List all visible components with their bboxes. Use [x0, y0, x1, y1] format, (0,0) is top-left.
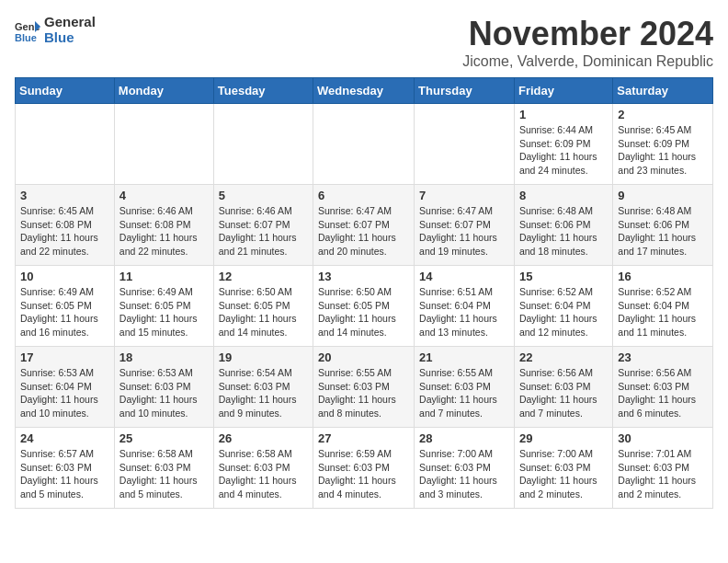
- sunset-text: Sunset: 6:06 PM: [519, 218, 608, 232]
- daylight-text: Daylight: 11 hours and 7 minutes.: [519, 393, 608, 419]
- day-number: 28: [419, 431, 509, 445]
- day-info: Sunrise: 6:54 AMSunset: 6:03 PMDaylight:…: [219, 366, 308, 420]
- daylight-text: Daylight: 11 hours and 24 minutes.: [519, 150, 608, 177]
- day-number: 7: [419, 189, 509, 202]
- day-info: Sunrise: 6:46 AMSunset: 6:08 PMDaylight:…: [119, 204, 209, 259]
- sunrise-text: Sunrise: 6:55 AM: [318, 366, 409, 380]
- week-row-2: 3Sunrise: 6:45 AMSunset: 6:08 PMDaylight…: [16, 185, 713, 266]
- day-number: 16: [618, 270, 708, 283]
- sunrise-text: Sunrise: 6:58 AM: [219, 447, 308, 461]
- table-row: [313, 104, 415, 185]
- day-number: 8: [519, 189, 608, 202]
- sunset-text: Sunset: 6:03 PM: [519, 461, 608, 475]
- sunrise-text: Sunrise: 6:48 AM: [618, 204, 708, 218]
- day-number: 6: [318, 189, 409, 202]
- day-info: Sunrise: 6:50 AMSunset: 6:05 PMDaylight:…: [219, 285, 308, 339]
- day-number: 13: [318, 270, 409, 283]
- day-number: 23: [618, 350, 708, 364]
- day-info: Sunrise: 6:48 AMSunset: 6:06 PMDaylight:…: [519, 204, 608, 259]
- day-number: 3: [20, 189, 109, 202]
- daylight-text: Daylight: 11 hours and 18 minutes.: [519, 231, 608, 258]
- sunset-text: Sunset: 6:03 PM: [318, 461, 409, 475]
- sunrise-text: Sunrise: 6:49 AM: [20, 285, 109, 299]
- day-info: Sunrise: 6:56 AMSunset: 6:03 PMDaylight:…: [618, 366, 708, 420]
- sunset-text: Sunset: 6:06 PM: [618, 218, 708, 232]
- day-number: 5: [219, 189, 308, 202]
- sunset-text: Sunset: 6:05 PM: [20, 299, 109, 313]
- day-number: 12: [219, 270, 308, 283]
- table-row: [114, 104, 213, 185]
- sunset-text: Sunset: 6:08 PM: [119, 218, 209, 232]
- sunset-text: Sunset: 6:07 PM: [318, 218, 409, 232]
- daylight-text: Daylight: 11 hours and 22 minutes.: [20, 231, 109, 258]
- day-number: 2: [618, 108, 708, 121]
- table-row: [213, 104, 313, 185]
- sunrise-text: Sunrise: 6:54 AM: [219, 366, 308, 380]
- daylight-text: Daylight: 11 hours and 10 minutes.: [20, 393, 109, 419]
- table-row: 17Sunrise: 6:53 AMSunset: 6:04 PMDayligh…: [16, 347, 115, 428]
- day-number: 29: [519, 431, 608, 445]
- daylight-text: Daylight: 11 hours and 13 minutes.: [419, 312, 509, 339]
- sunset-text: Sunset: 6:05 PM: [219, 299, 308, 313]
- month-title: November 2024: [462, 15, 713, 53]
- day-info: Sunrise: 6:53 AMSunset: 6:04 PMDaylight:…: [20, 366, 109, 420]
- sunrise-text: Sunrise: 6:46 AM: [119, 204, 209, 218]
- sunset-text: Sunset: 6:03 PM: [419, 461, 509, 475]
- day-info: Sunrise: 6:45 AMSunset: 6:09 PMDaylight:…: [618, 123, 708, 178]
- sunrise-text: Sunrise: 6:44 AM: [519, 123, 608, 137]
- day-number: 4: [119, 189, 209, 202]
- sunrise-text: Sunrise: 6:52 AM: [519, 285, 608, 299]
- table-row: 12Sunrise: 6:50 AMSunset: 6:05 PMDayligh…: [213, 266, 313, 347]
- sunrise-text: Sunrise: 6:51 AM: [419, 285, 509, 299]
- sunrise-text: Sunrise: 6:53 AM: [20, 366, 109, 380]
- day-number: 1: [519, 108, 608, 121]
- sunset-text: Sunset: 6:09 PM: [618, 137, 708, 151]
- day-info: Sunrise: 6:47 AMSunset: 6:07 PMDaylight:…: [318, 204, 409, 259]
- week-row-5: 24Sunrise: 6:57 AMSunset: 6:03 PMDayligh…: [16, 428, 713, 509]
- daylight-text: Daylight: 11 hours and 2 minutes.: [618, 474, 708, 500]
- table-row: 25Sunrise: 6:58 AMSunset: 6:03 PMDayligh…: [114, 428, 213, 509]
- logo-general: General: [44, 15, 96, 30]
- sunset-text: Sunset: 6:03 PM: [20, 461, 109, 475]
- day-info: Sunrise: 7:00 AMSunset: 6:03 PMDaylight:…: [519, 447, 608, 501]
- svg-text:Blue: Blue: [15, 32, 37, 43]
- day-info: Sunrise: 6:52 AMSunset: 6:04 PMDaylight:…: [519, 285, 608, 339]
- header-monday: Monday: [114, 78, 213, 104]
- logo-blue: Blue: [44, 30, 96, 46]
- daylight-text: Daylight: 11 hours and 12 minutes.: [519, 312, 608, 339]
- sunrise-text: Sunrise: 6:47 AM: [318, 204, 409, 218]
- sunset-text: Sunset: 6:03 PM: [318, 380, 409, 394]
- sunrise-text: Sunrise: 6:59 AM: [318, 447, 409, 461]
- day-number: 18: [119, 350, 209, 364]
- location-subtitle: Jicome, Valverde, Dominican Republic: [462, 53, 713, 70]
- daylight-text: Daylight: 11 hours and 11 minutes.: [618, 312, 708, 339]
- table-row: 19Sunrise: 6:54 AMSunset: 6:03 PMDayligh…: [213, 347, 313, 428]
- table-row: 15Sunrise: 6:52 AMSunset: 6:04 PMDayligh…: [514, 266, 612, 347]
- week-row-4: 17Sunrise: 6:53 AMSunset: 6:04 PMDayligh…: [16, 347, 713, 428]
- table-row: [415, 104, 515, 185]
- daylight-text: Daylight: 11 hours and 8 minutes.: [318, 393, 409, 419]
- sunrise-text: Sunrise: 6:53 AM: [119, 366, 209, 380]
- daylight-text: Daylight: 11 hours and 15 minutes.: [119, 312, 209, 339]
- table-row: 5Sunrise: 6:46 AMSunset: 6:07 PMDaylight…: [213, 185, 313, 266]
- day-number: 20: [318, 350, 409, 364]
- daylight-text: Daylight: 11 hours and 7 minutes.: [419, 393, 509, 419]
- sunrise-text: Sunrise: 6:45 AM: [20, 204, 109, 218]
- table-row: 27Sunrise: 6:59 AMSunset: 6:03 PMDayligh…: [313, 428, 415, 509]
- header-tuesday: Tuesday: [213, 78, 313, 104]
- sunrise-text: Sunrise: 6:58 AM: [119, 447, 209, 461]
- table-row: 21Sunrise: 6:55 AMSunset: 6:03 PMDayligh…: [415, 347, 515, 428]
- day-info: Sunrise: 6:51 AMSunset: 6:04 PMDaylight:…: [419, 285, 509, 339]
- day-info: Sunrise: 7:00 AMSunset: 6:03 PMDaylight:…: [419, 447, 509, 501]
- table-row: 7Sunrise: 6:47 AMSunset: 6:07 PMDaylight…: [415, 185, 515, 266]
- day-info: Sunrise: 6:48 AMSunset: 6:06 PMDaylight:…: [618, 204, 708, 259]
- sunset-text: Sunset: 6:03 PM: [219, 461, 308, 475]
- day-info: Sunrise: 7:01 AMSunset: 6:03 PMDaylight:…: [618, 447, 708, 501]
- day-info: Sunrise: 6:56 AMSunset: 6:03 PMDaylight:…: [519, 366, 608, 420]
- day-number: 25: [119, 431, 209, 445]
- day-number: 15: [519, 270, 608, 283]
- sunrise-text: Sunrise: 6:50 AM: [219, 285, 308, 299]
- table-row: 24Sunrise: 6:57 AMSunset: 6:03 PMDayligh…: [16, 428, 115, 509]
- table-row: 23Sunrise: 6:56 AMSunset: 6:03 PMDayligh…: [613, 347, 713, 428]
- sunrise-text: Sunrise: 6:46 AM: [219, 204, 308, 218]
